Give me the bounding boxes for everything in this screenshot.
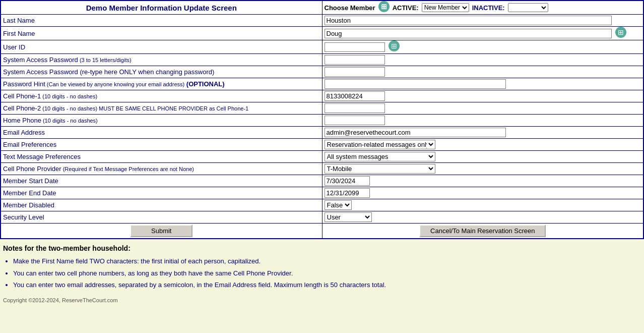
cell1-row: Cell Phone-1 (10 digits - no dashes) (1, 90, 643, 102)
choose-member-icon[interactable]: ⊞ (378, 1, 390, 12)
cell-provider-label-text: Cell Phone Provider (3, 165, 61, 173)
home-phone-label-text: Home Phone (3, 117, 41, 124)
notes-title: Notes for the two-member household: (3, 244, 641, 252)
notes-section: Notes for the two-member household: Make… (0, 239, 644, 294)
email-label: Email Address (1, 127, 322, 139)
cancel-button[interactable]: Cancel/To Main Reservation Screen (419, 225, 546, 237)
password-hint-input[interactable] (325, 79, 506, 89)
password-retype-input[interactable] (325, 67, 385, 77)
header-row: Demo Member Information Update Screen Ch… (1, 1, 643, 15)
cell-provider-row: Cell Phone Provider (Required if Text Me… (1, 163, 643, 175)
inactive-label: INACTIVE: (472, 4, 505, 12)
member-disabled-value-cell: False True (322, 199, 643, 211)
member-end-value-cell (322, 187, 643, 199)
notes-list: Make the First Name field TWO characters… (13, 256, 641, 290)
cell-provider-label: Cell Phone Provider (Required if Text Me… (1, 163, 322, 175)
first-name-value-cell: ⊞ (322, 27, 643, 40)
cell1-value-cell (322, 90, 643, 102)
password-hint-note: (Can be viewed by anyone knowing your em… (45, 81, 184, 87)
copyright: Copyright ©2012-2024, ReserveTheCourt.co… (0, 294, 644, 306)
user-id-value-cell: ⊞ (322, 40, 643, 54)
home-phone-value-cell (322, 115, 643, 127)
notes-item-1: Make the First Name field TWO characters… (13, 256, 641, 266)
email-pref-select[interactable]: Reservation-related messages only All me… (325, 140, 435, 149)
password-hint-text: (3 to 15 letters/digits) (78, 57, 132, 63)
cell2-value-cell (322, 102, 643, 115)
cell-provider-value-cell: T-Mobile AT&T Verizon Sprint Other (322, 163, 643, 175)
member-start-row: Member Start Date (1, 175, 643, 187)
password-hint-row: Password Hint (Can be viewed by anyone k… (1, 78, 643, 90)
text-pref-row: Text Message Preferences All system mess… (1, 151, 643, 163)
notes-item-3: You can enter two email addresses, separ… (13, 280, 641, 290)
notes-title-text: Notes for the two-member household (3, 244, 128, 252)
home-phone-input[interactable] (325, 116, 385, 125)
first-name-input[interactable] (325, 29, 612, 38)
cell1-label: Cell Phone-1 (10 digits - no dashes) (1, 90, 322, 102)
cell2-note: (10 digits - no dashes) MUST BE SAME CEL… (41, 105, 248, 112)
last-name-input[interactable] (325, 16, 612, 25)
cell2-label: Cell Phone-2 (10 digits - no dashes) MUS… (1, 102, 322, 115)
password-retype-label: System Access Password (re-type here ONL… (1, 66, 322, 78)
first-name-icon[interactable]: ⊞ (615, 27, 626, 38)
cell1-note: (10 digits - no dashes) (41, 93, 97, 99)
last-name-value-cell (322, 15, 643, 27)
user-id-icon[interactable]: ⊞ (389, 40, 400, 51)
last-name-label: Last Name (1, 15, 322, 27)
home-phone-note: (10 digits - no dashes) (41, 118, 98, 124)
cell-provider-note: (Required if Text Message Preferences ar… (61, 166, 194, 172)
user-id-row: User ID ⊞ (1, 40, 643, 54)
cell2-row: Cell Phone-2 (10 digits - no dashes) MUS… (1, 102, 643, 115)
member-disabled-select[interactable]: False True (325, 200, 352, 210)
cancel-cell: Cancel/To Main Reservation Screen (322, 224, 643, 239)
cell2-label-text: Cell Phone-2 (3, 104, 41, 112)
email-pref-value-cell: Reservation-related messages only All me… (322, 139, 643, 151)
title-text: Demo Member Information Update Screen (86, 4, 237, 12)
password-hint-field-label: Password Hint (3, 80, 45, 88)
cell1-label-text: Cell Phone-1 (3, 92, 41, 100)
cell1-input[interactable] (325, 91, 385, 101)
submit-row: Submit Cancel/To Main Reservation Screen (1, 224, 643, 239)
main-form-table: Demo Member Information Update Screen Ch… (0, 0, 644, 239)
active-select[interactable]: New Member Option2 (422, 3, 469, 12)
password-input[interactable] (325, 55, 385, 65)
member-end-label: Member End Date (1, 187, 322, 199)
text-pref-value-cell: All system messages None Reservation-rel… (322, 151, 643, 163)
notes-item-2: You can enter two cell phone numbers, as… (13, 268, 641, 279)
password-label-text: System Access Password (3, 56, 78, 64)
security-level-select[interactable]: User Admin SuperAdmin (325, 212, 372, 222)
email-pref-label: Email Preferences (1, 139, 322, 151)
password-hint-label: Password Hint (Can be viewed by anyone k… (1, 78, 322, 90)
password-hint-optional: (OPTIONAL) (184, 80, 224, 88)
first-name-row: First Name ⊞ (1, 27, 643, 40)
password-value-cell (322, 54, 643, 66)
text-pref-label: Text Message Preferences (1, 151, 322, 163)
password-retype-row: System Access Password (re-type here ONL… (1, 66, 643, 78)
active-label: ACTIVE: (393, 4, 419, 12)
form-title: Demo Member Information Update Screen (1, 1, 322, 15)
cell-provider-select[interactable]: T-Mobile AT&T Verizon Sprint Other (325, 164, 435, 174)
member-start-label: Member Start Date (1, 175, 322, 187)
email-value-cell (322, 127, 643, 139)
member-start-input[interactable] (325, 176, 370, 186)
choose-member-label: Choose Member (325, 4, 375, 12)
email-input[interactable] (325, 128, 506, 137)
member-end-row: Member End Date (1, 187, 643, 199)
security-level-value-cell: User Admin SuperAdmin (322, 211, 643, 224)
inactive-select[interactable] (508, 3, 548, 12)
security-level-label: Security Level (1, 211, 322, 224)
last-name-row: Last Name (1, 15, 643, 27)
home-phone-row: Home Phone (10 digits - no dashes) (1, 115, 643, 127)
member-end-input[interactable] (325, 188, 370, 198)
email-pref-row: Email Preferences Reservation-related me… (1, 139, 643, 151)
cell2-input[interactable] (325, 103, 385, 113)
member-start-value-cell (322, 175, 643, 187)
password-label: System Access Password (3 to 15 letters/… (1, 54, 322, 66)
member-disabled-label: Member Disabled (1, 199, 322, 211)
password-row: System Access Password (3 to 15 letters/… (1, 54, 643, 66)
home-phone-label: Home Phone (10 digits - no dashes) (1, 115, 322, 127)
text-pref-select[interactable]: All system messages None Reservation-rel… (325, 152, 435, 161)
user-id-input[interactable] (325, 42, 385, 52)
email-row: Email Address (1, 127, 643, 139)
submit-cell: Submit (1, 224, 322, 239)
submit-button[interactable]: Submit (130, 225, 192, 237)
